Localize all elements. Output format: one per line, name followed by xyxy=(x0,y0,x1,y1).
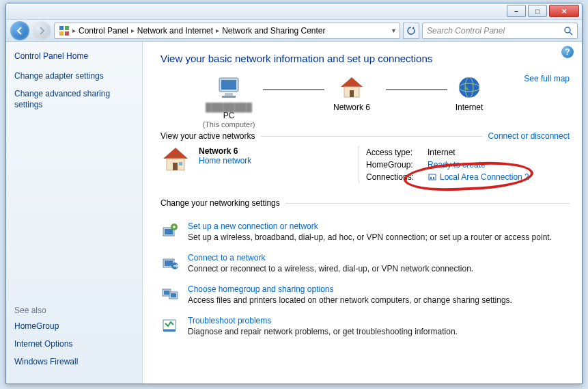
breadcrumb-sep: ▸ xyxy=(72,27,76,34)
connect-network-desc: Connect or reconnect to a wireless, wire… xyxy=(188,264,473,273)
svg-rect-18 xyxy=(173,163,178,170)
address-bar[interactable]: ▸ Control Panel ▸ Network and Internet ▸… xyxy=(54,23,400,39)
svg-rect-31 xyxy=(164,291,169,295)
globe-icon xyxy=(428,74,510,101)
setting-connect-network: Connect to a network Connect or reconnec… xyxy=(160,253,570,273)
network-map: See full map ████████ PC (This computer) xyxy=(160,74,570,127)
svg-rect-7 xyxy=(221,80,236,90)
network-sharing-window: – □ ✕ ▸ Control Panel ▸ Network and Inte… xyxy=(5,3,583,384)
content-pane: ? View your basic network information an… xyxy=(143,42,582,384)
svg-rect-32 xyxy=(171,293,176,297)
svg-rect-12 xyxy=(350,90,354,97)
access-type-label: Access type: xyxy=(366,146,428,159)
svg-rect-19 xyxy=(179,162,182,165)
maximize-button[interactable]: □ xyxy=(528,5,547,17)
svg-rect-24 xyxy=(165,229,173,234)
svg-rect-20 xyxy=(429,174,436,180)
forward-button[interactable] xyxy=(32,21,51,40)
svg-line-5 xyxy=(570,32,572,35)
sidebar-homegroup[interactable]: HomeGroup xyxy=(14,321,134,332)
network-type-link[interactable]: Home network xyxy=(199,156,251,165)
see-full-map-link[interactable]: See full map xyxy=(524,74,570,83)
network-house-icon xyxy=(160,146,191,172)
search-box[interactable]: Search Control Panel xyxy=(422,23,578,39)
see-also-label: See also xyxy=(14,306,134,315)
ethernet-icon xyxy=(428,172,437,182)
svg-rect-2 xyxy=(59,31,64,36)
house-icon xyxy=(311,74,393,101)
control-panel-home-link[interactable]: Control Panel Home xyxy=(14,51,134,61)
search-placeholder: Search Control Panel xyxy=(427,26,505,36)
setup-connection-icon xyxy=(160,222,180,241)
breadcrumb-sep: ▸ xyxy=(131,27,135,34)
svg-marker-16 xyxy=(163,148,188,159)
sidebar-internet-options[interactable]: Internet Options xyxy=(14,338,134,349)
connect-network-link[interactable]: Connect to a network xyxy=(188,253,265,263)
setting-troubleshoot: Troubleshoot problems Diagnose and repai… xyxy=(160,316,570,336)
troubleshoot-link[interactable]: Troubleshoot problems xyxy=(188,316,271,325)
svg-point-13 xyxy=(459,77,479,98)
svg-rect-22 xyxy=(433,177,434,179)
map-node-this-pc[interactable]: ████████ PC (This computer) xyxy=(188,74,270,129)
minimize-button[interactable]: – xyxy=(507,5,526,17)
svg-rect-1 xyxy=(65,26,69,30)
back-button[interactable] xyxy=(10,21,29,40)
connection-link[interactable]: Local Area Connection 2 xyxy=(440,171,529,183)
network-name: Network 6 xyxy=(199,146,251,156)
map-node-network[interactable]: Network 6 xyxy=(311,74,393,112)
homegroup-link[interactable]: Ready to create xyxy=(428,159,486,171)
search-icon xyxy=(563,26,573,36)
sidebar-change-advanced-sharing[interactable]: Change advanced sharing settings xyxy=(14,88,134,110)
svg-marker-10 xyxy=(341,77,363,87)
network-properties: Access type: Internet HomeGroup: Ready t… xyxy=(366,146,529,183)
svg-rect-34 xyxy=(163,330,176,332)
access-type-value: Internet xyxy=(428,146,456,159)
breadcrumb-sep: ▸ xyxy=(216,27,219,34)
connections-label: Connections: xyxy=(366,171,428,183)
sidebar: Control Panel Home Change adapter settin… xyxy=(6,42,143,384)
setup-connection-desc: Set up a wireless, broadband, dial-up, a… xyxy=(188,232,552,242)
map-node-internet[interactable]: Internet xyxy=(428,74,510,112)
breadcrumb-control-panel[interactable]: Control Panel xyxy=(79,26,128,36)
homegroup-icon xyxy=(160,284,180,304)
svg-rect-0 xyxy=(59,26,64,30)
svg-rect-9 xyxy=(222,96,236,98)
sidebar-windows-firewall[interactable]: Windows Firewall xyxy=(14,356,134,367)
help-icon[interactable]: ? xyxy=(561,46,574,58)
connect-disconnect-link[interactable]: Connect or disconnect xyxy=(488,131,570,141)
svg-point-4 xyxy=(565,27,570,33)
setting-homegroup-sharing: Choose homegroup and sharing options Acc… xyxy=(160,284,570,305)
refresh-button[interactable] xyxy=(403,23,419,39)
homegroup-label: HomeGroup: xyxy=(366,159,428,171)
page-title: View your basic network information and … xyxy=(160,53,570,64)
troubleshoot-desc: Diagnose and repair network problems, or… xyxy=(188,327,458,336)
connect-network-icon xyxy=(160,253,180,272)
homegroup-sharing-link[interactable]: Choose homegroup and sharing options xyxy=(188,284,333,294)
control-panel-icon xyxy=(59,25,70,36)
breadcrumb-sharing-center[interactable]: Network and Sharing Center xyxy=(222,26,325,36)
svg-rect-21 xyxy=(430,177,432,179)
homegroup-sharing-desc: Access files and printers located on oth… xyxy=(188,295,512,305)
active-networks-header: View your active networks xyxy=(160,131,255,141)
svg-rect-8 xyxy=(225,93,233,96)
settings-header: Change your networking settings xyxy=(160,198,280,208)
breadcrumb-network-internet[interactable]: Network and Internet xyxy=(137,26,213,36)
computer-icon xyxy=(188,74,270,101)
navigation-bar: ▸ Control Panel ▸ Network and Internet ▸… xyxy=(6,20,582,42)
setting-setup-connection: Set up a new connection or network Set u… xyxy=(160,222,570,242)
this-computer-label: (This computer) xyxy=(188,120,270,129)
close-button[interactable]: ✕ xyxy=(549,5,579,17)
troubleshoot-icon xyxy=(160,316,180,335)
dropdown-icon[interactable]: ▾ xyxy=(392,27,395,34)
sidebar-change-adapter[interactable]: Change adapter settings xyxy=(14,70,134,81)
svg-rect-3 xyxy=(65,31,69,36)
setup-connection-link[interactable]: Set up a new connection or network xyxy=(188,222,318,231)
title-bar: – □ ✕ xyxy=(6,3,582,20)
